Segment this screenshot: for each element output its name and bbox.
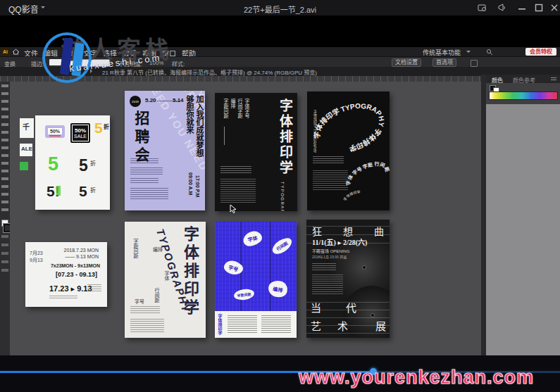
fragment-card-2: ALE <box>20 144 32 156</box>
panel-dock-strip <box>481 75 486 355</box>
tool-icons-lower <box>1 235 8 277</box>
ring-text-1: 字体排印学 TYPOGRAPHY 字体排印学 <box>313 102 386 153</box>
text-lines <box>130 167 163 175</box>
typo-black-title: 字体排印学 <box>275 99 294 176</box>
artboard-dates: 7月23 9月13 2018.7.23 MON —— 9.13 MON 7x23… <box>25 242 107 307</box>
ring-text-3: 字体排印学 <box>342 190 361 202</box>
record-center-large <box>362 265 366 270</box>
badge-black-percent: 50% <box>73 127 88 134</box>
fragment-green-chip <box>20 162 28 170</box>
badge-outline-five: 5 <box>79 156 88 175</box>
typo-black-word-1: 字体字号 <box>243 99 250 118</box>
jobfair-title: 招聘会 <box>130 110 151 165</box>
document-setup-button: 文档设置 <box>392 58 421 67</box>
typo-black-word-3: 编排 <box>229 99 236 108</box>
typo-white-word-2: 字体 <box>163 271 170 281</box>
typo-black-word-4: 字距问距 <box>222 99 229 118</box>
poster-typography-black: 字体排印学 TYPOGRAPHY 字体字号 行间字距 编排 字距问距 <box>215 93 297 211</box>
badge-green-five: 5 <box>48 153 58 175</box>
dates-line-1: 2018.7.23 MON <box>64 248 99 253</box>
text-lines <box>220 166 251 173</box>
color-panel-header: 颜色 颜色参考 <box>486 75 560 83</box>
dates-line-3: 7x23MON - 9x13MON <box>51 263 100 268</box>
close-button[interactable] <box>549 3 559 13</box>
dates-line-4: [07.23 - 09.13] <box>56 271 97 278</box>
arrange-icon <box>471 60 478 67</box>
badge-lavender-tag <box>49 135 61 137</box>
ring-text-graphic: 字体排印学 TYPOGRAPHY 字体排印学 字体 字号 字距 行间距 字体排印… <box>307 91 390 210</box>
typo-white-word-4: 字距问距 <box>132 239 139 258</box>
rhapsody-footer-2: 代 <box>346 300 356 315</box>
color-spectrum-bar <box>489 91 558 100</box>
svg-text:字体排印学: 字体排印学 <box>342 190 361 202</box>
screenshot-icon[interactable] <box>478 3 487 13</box>
poster-jobfair: WE NEED YOU NEED WE NEED YOU NEED WE NEE… <box>125 91 205 210</box>
rhapsody-footer-1: 当 <box>311 300 321 315</box>
poster-rings: 字体排印学 TYPOGRAPHY 字体排印学 字体 字号 字距 行间距 字体排印… <box>307 91 390 210</box>
badge-yellow-zhe: 折 <box>104 122 109 130</box>
dates-line-5: 17.23 ▸ 9.13 <box>49 284 92 293</box>
text-lines <box>312 263 336 270</box>
announcement-icon[interactable] <box>497 3 507 13</box>
illustrator-logo: Ai <box>1 48 9 56</box>
badge-black-sale-word: SALE <box>73 134 88 139</box>
minimize-button[interactable] <box>517 3 527 13</box>
typo-white-word-3: 行间距 <box>153 288 160 303</box>
text-lines <box>130 319 164 333</box>
badge-five-2: 5 <box>79 183 87 200</box>
jobfair-date-from: 5.20 <box>145 97 156 103</box>
color-panel-body <box>486 83 560 104</box>
video-title: 22节+最后一节_2.avi <box>0 4 560 15</box>
badge-yellow-five: 5 <box>94 120 103 137</box>
rhapsody-sub: 2018年1月 23:00 开展 <box>312 254 347 259</box>
typo-white-word-1: 编排 <box>153 246 163 253</box>
text-lines <box>130 188 168 201</box>
badge-black-sale: 50% SALE <box>70 123 90 143</box>
panel-empty-area <box>486 104 560 355</box>
document-tab: 21 R秋季 第八节 (已转换、海报编排示范作品、格子预排) @ 24.74% … <box>102 68 317 76</box>
jobfair-date-to: 5.14 <box>173 97 184 103</box>
poster-rhapsody: 狂 想 曲 11/1(五) ▸ 2/28(六) 不眠夜场 OPENING 201… <box>306 220 390 338</box>
text-lines <box>312 274 343 294</box>
video-area[interactable]: 游人客栈 kuaixueshi.com Ai 文件 编辑 对象 文字 选择 效果… <box>0 15 560 355</box>
rhapsody-char-1: 狂 <box>312 224 322 238</box>
rhapsody-opening: 不眠夜场 OPENING <box>312 248 349 254</box>
badge-outline-zhe: 折 <box>90 159 96 167</box>
fragment-text-1: 千 <box>23 121 30 132</box>
seam-line <box>270 222 271 311</box>
player-titlebar: QQ影音 22节+最后一节_2.avi <box>0 0 560 15</box>
rhapsody-char-3: 曲 <box>374 224 384 238</box>
badge-lavender: 50% <box>45 125 65 138</box>
search-icon <box>486 49 493 56</box>
jobfair-year-badge: 2019 <box>132 100 139 103</box>
artboard-sale-badges: 50% 50% SALE 5 折 5 5 折 5! 5 折 <box>35 115 110 210</box>
rhapsody-footer-3: 艺 <box>311 318 321 333</box>
text-lines <box>313 170 348 191</box>
ring-text-2: 字体 字号 字距 行间距 <box>345 161 390 186</box>
divider <box>224 127 225 145</box>
badge-five-2-zhe: 折 <box>90 186 96 194</box>
ai-toolbar <box>0 82 11 355</box>
blue-footer: 字体排印学 <box>215 311 297 338</box>
maximize-button[interactable] <box>534 3 544 13</box>
svg-text:字体 字号 字距 行间距: 字体 字号 字距 行间距 <box>345 161 390 186</box>
fragment-card-1: 千 <box>20 118 34 138</box>
text-lines <box>87 284 101 293</box>
rhapsody-footer-4: 术 <box>337 318 348 333</box>
dates-left-2: 9月13 <box>30 256 43 263</box>
text-lines <box>261 315 291 334</box>
text-lines <box>130 306 160 315</box>
rhapsody-footer-5: 展 <box>375 318 386 333</box>
rings-side-label: 字体排印学·TYPOGRAPHY <box>313 110 318 153</box>
svg-text:字体排印学 TYPOGRAPHY 字体排印学: 字体排印学 TYPOGRAPHY 字体排印学 <box>313 102 386 153</box>
text-lines <box>130 178 158 184</box>
blue-footer-title: 字体排印学 <box>217 314 223 335</box>
rhapsody-dates: 11/1(五) ▸ 2/28(六) <box>312 236 367 247</box>
site-watermark: www.yourenkezhan.com <box>299 367 534 388</box>
badge-lavender-label: 50% <box>48 128 62 134</box>
badge-mixed-green-bar <box>56 186 61 196</box>
workspace-chevron-icon <box>466 51 471 55</box>
home-icon <box>12 48 20 56</box>
typo-black-word-2: 行间字距 <box>236 99 243 118</box>
rhapsody-char-2: 想 <box>343 224 353 238</box>
